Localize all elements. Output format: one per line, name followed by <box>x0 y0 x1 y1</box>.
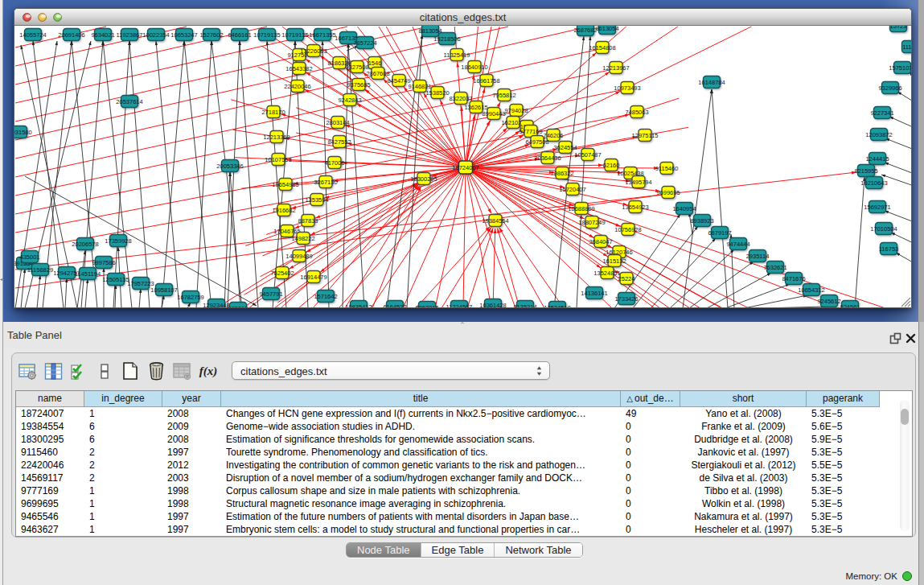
graph-edge-black[interactable] <box>885 211 911 224</box>
graph-edge-black[interactable] <box>763 307 825 307</box>
select-rows-button[interactable] <box>68 360 89 381</box>
row-height-button[interactable] <box>94 360 115 381</box>
graph-node-label: 1615132 <box>602 257 626 265</box>
tab-network-table[interactable]: Network Table <box>495 543 581 557</box>
graph-node-label: 8215955 <box>854 167 877 175</box>
delete-rows-icon <box>147 361 166 381</box>
edge-arrowhead-icon <box>321 41 323 45</box>
graph-node-label: 924561 <box>840 303 860 308</box>
graph-edge-red[interactable] <box>416 226 490 307</box>
table-row[interactable]: 1872400712008Changes of HCN gene express… <box>16 407 912 420</box>
graph-edge-black[interactable] <box>230 172 240 307</box>
float-panel-icon[interactable] <box>889 332 901 344</box>
graph-node-label: 10835412 <box>345 303 372 308</box>
cell-title: Changes of HCN gene expression and I(f) … <box>221 407 621 420</box>
cell-year: 1997 <box>162 510 221 523</box>
graph-edge-red[interactable] <box>493 229 495 307</box>
graph-edge-black[interactable] <box>651 238 716 307</box>
table-row[interactable]: 1938455462009Genome−wide association stu… <box>16 420 912 433</box>
graph-edge-red[interactable] <box>403 167 466 307</box>
graph-edge-black[interactable] <box>725 284 790 307</box>
graph-edge-black[interactable] <box>240 41 258 307</box>
column-header-name[interactable]: name <box>16 391 84 407</box>
graph-node-label: 13226053 <box>300 47 326 55</box>
table-row[interactable]: 1830029562008Estimation of significance … <box>16 433 912 446</box>
memory-status-icon <box>902 571 912 581</box>
graph-node-label: 1244415 <box>865 155 889 163</box>
show-columns-icon <box>44 362 63 381</box>
table-settings-icon <box>18 362 37 381</box>
graph-edge-black[interactable] <box>885 163 911 175</box>
table-row[interactable]: 946554611997Estimation of the future num… <box>16 510 912 523</box>
select-rows-icon <box>70 362 88 381</box>
graph-node-label: 1498222 <box>291 235 314 242</box>
network-window-title: citations_edges.txt <box>14 11 911 23</box>
graph-edge-red[interactable] <box>435 167 466 307</box>
resize-grip-icon[interactable] <box>899 295 911 307</box>
side-panel-collapse-icon[interactable]: ◂ <box>0 277 3 282</box>
column-header-title[interactable]: title <box>221 391 621 407</box>
edge-arrowhead-icon <box>494 229 497 233</box>
column-header-out_degree[interactable]: △out_de… <box>621 391 680 407</box>
column-header-pagerank[interactable]: pagerank <box>807 391 880 407</box>
cell-name: 9463627 <box>16 523 84 536</box>
network-canvas[interactable]: 1405572420691406963402111923867100223541… <box>14 26 911 307</box>
graph-edge-red[interactable] <box>242 167 466 307</box>
function-builder-button[interactable]: f(x) <box>197 360 220 381</box>
network-window-titlebar[interactable]: citations_edges.txt <box>14 9 911 26</box>
graph-edge-red[interactable] <box>463 167 466 307</box>
column-header-in_degree[interactable]: in_degree <box>84 391 162 407</box>
graph-edge-black[interactable] <box>885 138 911 151</box>
graph-node-label: 17010504 <box>870 225 897 233</box>
delete-rows-button[interactable] <box>146 360 166 381</box>
graph-edge-black[interactable] <box>683 89 712 307</box>
graph-edge-black[interactable] <box>37 275 40 307</box>
table-row[interactable]: 1456911722003Disruption of a novel membe… <box>16 472 912 484</box>
tab-node-table[interactable]: Node Table <box>347 543 421 557</box>
cell-title: Genome−wide association studies in ADHD. <box>221 420 621 433</box>
graph-node-label: 18640910 <box>461 64 487 71</box>
graph-edge-black[interactable] <box>707 273 771 307</box>
table-settings-button[interactable] <box>17 360 38 381</box>
graph-edge-red[interactable] <box>324 57 466 167</box>
table-panel-titlebar: ⌃ Table Panel <box>3 322 918 348</box>
cell-short: Stergiakouli et al. (2012) <box>680 459 807 472</box>
graph-edge-black[interactable] <box>855 177 864 307</box>
graph-edge-red[interactable] <box>15 172 856 270</box>
graph-edge-black[interactable] <box>744 295 807 307</box>
graph-node-label: 9329966 <box>878 84 901 92</box>
new-table-button[interactable] <box>120 360 141 381</box>
graph-node-label: 16671355 <box>309 31 335 39</box>
network-select-dropdown[interactable]: citations_edges.txt <box>232 361 550 380</box>
cell-pagerank: 5.3E−5 <box>807 497 880 510</box>
graph-edge-black[interactable] <box>712 89 728 307</box>
cell-short: Hescheler et al. (1997) <box>680 523 807 536</box>
scrollbar-thumb[interactable] <box>901 409 909 425</box>
table-vertical-scrollbar[interactable] <box>900 400 910 531</box>
graph-node-label: 20206578 <box>72 241 98 248</box>
graph-edge-red[interactable] <box>499 228 544 307</box>
graph-edge-black[interactable] <box>85 279 88 307</box>
table-row[interactable]: 969969511998Structural magnetic resonanc… <box>16 497 912 510</box>
table-row[interactable]: 911546021997Tourette syndrome. Phenomeno… <box>16 446 912 459</box>
graph-edge-black[interactable] <box>21 269 25 307</box>
table-row[interactable]: 2242004622012Investigating the contribut… <box>16 459 912 472</box>
column-header-short[interactable]: short <box>680 391 807 407</box>
cell-out_degree: 0 <box>621 497 680 510</box>
graph-node-label: 1733426 <box>614 295 638 303</box>
delete-table-button[interactable] <box>171 360 192 381</box>
new-table-icon <box>121 361 139 381</box>
graph-edge-black[interactable] <box>129 41 150 307</box>
graph-node-label: 11325419 <box>444 51 470 59</box>
app-frame-right-edge <box>918 0 924 585</box>
table-row[interactable]: 977716911998Corpus callosum shape and si… <box>16 484 912 497</box>
edge-arrowhead-icon <box>582 36 585 40</box>
graph-edge-black[interactable] <box>162 41 184 307</box>
tab-edge-table[interactable]: Edge Table <box>421 543 495 557</box>
cell-out_degree: 0 <box>621 510 680 523</box>
graph-edge-black[interactable] <box>65 278 67 307</box>
table-row[interactable]: 946362711997Embryonic stem cells: a mode… <box>16 523 912 536</box>
show-columns-button[interactable] <box>43 360 64 381</box>
close-panel-icon[interactable] <box>905 332 917 344</box>
column-header-year[interactable]: year <box>162 391 221 407</box>
